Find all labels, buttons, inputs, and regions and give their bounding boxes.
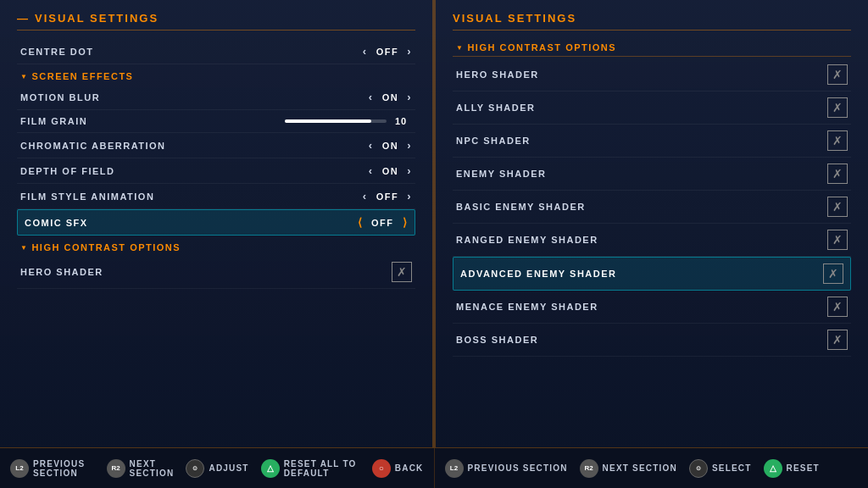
btn-hint-previous-left: L2 PREVIOUS SECTION [10,459,95,478]
btn-hint-text-previous-left: PREVIOUS SECTION [33,459,95,478]
setting-label-film-style-animation: FILM STYLE ANIMATION [20,191,154,202]
setting-value-chromatic-aberration: ‹ ON › [369,139,412,152]
right-label-basic-enemy-shader: BASIC ENEMY SHADER [456,202,586,212]
value-comic-sfx: OFF [371,218,394,228]
setting-value-film-style-animation: ‹ OFF › [363,190,412,202]
arrow-left-film-style-animation[interactable]: ‹ [363,190,368,202]
btn-hint-adjust-left: ⊙ ADJUST [186,459,248,478]
btn-hint-text-adjust-left: ADJUST [209,463,248,473]
right-setting-row-boss-shader[interactable]: BOSS SHADER ✗ [453,324,851,357]
checkbox-menace-enemy-shader[interactable]: ✗ [827,297,848,317]
btn-hint-next-left: R2 NEXT SECTION [107,459,175,478]
btn-badge-r2-right: R2 [580,459,598,478]
checkbox-ally-shader[interactable]: ✗ [827,97,848,118]
setting-row-hero-shader-left[interactable]: HERO SHADER ✗ [17,256,415,289]
arrow-right-comic-sfx[interactable]: ⟩ [403,216,409,229]
arrow-left-centre-dot[interactable]: ‹ [363,45,368,58]
slider-container-film-grain: 10 [87,116,412,126]
right-setting-row-npc-shader[interactable]: NPC SHADER ✗ [453,125,851,158]
section-header-high-contrast[interactable]: HIGH CONTRAST OPTIONS [17,236,415,256]
btn-hint-text-back-left: BACK [395,463,424,473]
slider-track-film-grain[interactable] [285,119,387,123]
btn-badge-adjust-left: ⊙ [186,459,204,478]
right-section-header-label: HIGH CONTRAST OPTIONS [467,42,616,53]
btn-badge-select-right: ⊙ [689,459,708,478]
right-setting-row-advanced-enemy-shader[interactable]: ADVANCED ENEMY SHADER ✗ [453,257,851,291]
right-label-npc-shader: NPC SHADER [456,136,531,146]
setting-value-depth-of-field: ‹ ON › [369,164,412,177]
value-chromatic-aberration: ON [382,141,399,151]
arrow-right-film-style-animation[interactable]: › [407,190,412,202]
checkbox-icon-boss-shader: ✗ [832,333,843,347]
checkbox-hero-shader-right[interactable]: ✗ [827,64,848,85]
arrow-left-comic-sfx[interactable]: ⟨ [358,216,364,229]
btn-hint-select-right: ⊙ SELECT [689,459,752,478]
checkbox-hero-shader-left[interactable]: ✗ [392,262,412,282]
right-setting-row-ally-shader[interactable]: ALLY SHADER ✗ [453,92,851,125]
arrow-right-centre-dot[interactable]: › [407,45,412,58]
checkbox-basic-enemy-shader[interactable]: ✗ [827,197,848,217]
setting-value-motion-blur: ‹ ON › [369,91,412,103]
checkbox-icon-advanced-enemy-shader: ✗ [828,267,838,280]
btn-hint-back-left: ○ BACK [372,459,424,478]
checkbox-enemy-shader[interactable]: ✗ [827,164,848,184]
btn-hint-text-next-left: NEXT SECTION [130,459,175,478]
checkbox-ranged-enemy-shader[interactable]: ✗ [827,230,848,250]
left-panel: VISUAL SETTINGS CENTRE DOT ‹ OFF › SCREE… [0,0,434,447]
btn-hint-text-previous-right: PREVIOUS SECTION [468,463,568,473]
setting-row-comic-sfx[interactable]: COMIC SFX ⟨ OFF ⟩ [17,209,415,236]
section-header-screen-effects[interactable]: SCREEN EFFECTS [17,64,415,85]
right-setting-row-hero-shader[interactable]: HERO SHADER ✗ [453,58,851,92]
btn-badge-l2-right: L2 [445,459,464,478]
setting-label-motion-blur: MOTION BLUR [20,92,100,103]
checkbox-icon-ally-shader: ✗ [832,101,843,114]
right-section-header-high-contrast[interactable]: HIGH CONTRAST OPTIONS [453,37,851,57]
right-label-ally-shader: ALLY SHADER [456,103,536,113]
setting-row-depth-of-field[interactable]: DEPTH OF FIELD ‹ ON › [17,158,415,184]
value-depth-of-field: ON [382,166,399,176]
btn-badge-circle-left: ○ [372,459,391,478]
btn-badge-triangle-right: △ [764,459,782,478]
checkbox-boss-shader[interactable]: ✗ [827,330,848,350]
arrow-right-depth-of-field[interactable]: › [407,164,412,177]
right-label-menace-enemy-shader: MENACE ENEMY SHADER [456,302,598,312]
arrow-right-chromatic-aberration[interactable]: › [407,139,412,152]
btn-hint-text-reset-left: RESET ALL TO DEFAULT [284,459,360,478]
checkbox-icon-basic-enemy-shader: ✗ [832,200,843,214]
setting-row-film-grain[interactable]: FILM GRAIN 10 [17,110,415,133]
arrow-left-depth-of-field[interactable]: ‹ [369,164,374,177]
right-setting-row-enemy-shader[interactable]: ENEMY SHADER ✗ [453,158,851,191]
value-motion-blur: ON [382,92,399,103]
setting-value-comic-sfx: ⟨ OFF ⟩ [358,216,409,229]
btn-hint-next-right: R2 NEXT SECTION [580,459,677,478]
btn-hint-previous-right: L2 PREVIOUS SECTION [445,459,568,478]
checkbox-npc-shader[interactable]: ✗ [827,130,848,151]
arrow-left-chromatic-aberration[interactable]: ‹ [369,139,374,152]
checkbox-advanced-enemy-shader[interactable]: ✗ [823,263,843,284]
setting-row-chromatic-aberration[interactable]: CHROMATIC ABERRATION ‹ ON › [17,133,415,158]
arrow-left-motion-blur[interactable]: ‹ [369,91,374,103]
setting-value-centre-dot: ‹ OFF › [363,45,412,58]
setting-row-centre-dot[interactable]: CENTRE DOT ‹ OFF › [17,39,415,64]
section-header-screen-effects-label: SCREEN EFFECTS [31,71,133,81]
setting-label-centre-dot: CENTRE DOT [20,47,94,57]
right-label-hero-shader: HERO SHADER [456,69,539,80]
setting-label-comic-sfx: COMIC SFX [25,218,88,228]
slider-fill-film-grain [285,119,371,123]
right-setting-row-basic-enemy-shader[interactable]: BASIC ENEMY SHADER ✗ [453,191,851,224]
right-setting-row-ranged-enemy-shader[interactable]: RANGED ENEMY SHADER ✗ [453,224,851,257]
setting-label-film-grain: FILM GRAIN [20,116,87,126]
right-setting-row-menace-enemy-shader[interactable]: MENACE ENEMY SHADER ✗ [453,291,851,324]
arrow-right-motion-blur[interactable]: › [407,91,412,103]
value-centre-dot: OFF [376,47,399,57]
setting-label-hero-shader-left: HERO SHADER [20,267,103,277]
setting-row-motion-blur[interactable]: MOTION BLUR ‹ ON › [17,85,415,110]
checkbox-icon-hero-shader: ✗ [832,68,843,81]
btn-badge-l2-left: L2 [10,459,29,478]
bottom-bar-left: L2 PREVIOUS SECTION R2 NEXT SECTION ⊙ AD… [0,448,435,488]
btn-hint-text-next-right: NEXT SECTION [603,463,677,473]
setting-row-film-style-animation[interactable]: FILM STYLE ANIMATION ‹ OFF › [17,184,415,209]
bottom-bar-right: L2 PREVIOUS SECTION R2 NEXT SECTION ⊙ SE… [435,448,869,488]
checkbox-icon-menace-enemy-shader: ✗ [832,300,843,313]
checkbox-icon-ranged-enemy-shader: ✗ [832,233,843,247]
